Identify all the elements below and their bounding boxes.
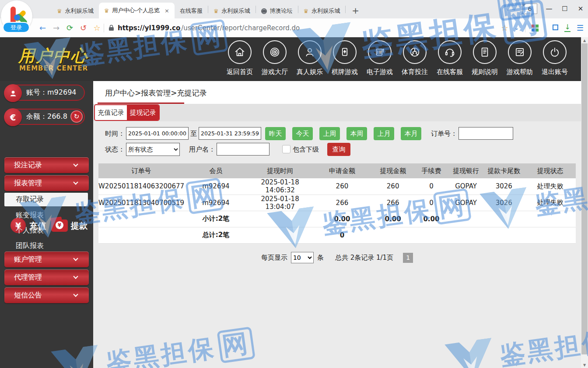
tab-recharge-records[interactable]: 充值记录 xyxy=(95,105,127,120)
browser-tab[interactable]: 在线客服 xyxy=(175,4,208,18)
quick-last-month-button[interactable]: 上月 xyxy=(374,127,394,140)
nav-item-help[interactable]: 游戏帮助 xyxy=(502,40,537,76)
tab-close-icon[interactable]: × xyxy=(164,7,169,14)
site-favicon-icon: ♛ xyxy=(304,8,309,14)
site-favicon-icon: ♛ xyxy=(57,8,62,14)
nav-item-service[interactable]: 在线客服 xyxy=(432,40,467,76)
back-icon[interactable]: ← xyxy=(36,23,49,32)
status-select[interactable]: 所有状态 xyxy=(126,143,180,156)
site-nav: 返回首页 游戏大厅 真人娱乐 棋牌游戏 电子游戏 体育投注 在线客服 规则说明 xyxy=(222,40,572,76)
user-icon xyxy=(4,84,22,102)
nav-item-slots[interactable]: 电子游戏 xyxy=(362,40,397,76)
nav-item-logout[interactable]: 退出账号 xyxy=(537,40,572,76)
scrollbar-thumb[interactable] xyxy=(581,43,588,354)
page-scrollbar[interactable]: ▲ ▼ xyxy=(581,37,588,368)
sidebar-item-agent-management[interactable]: 代理管理 xyxy=(4,269,89,285)
site-logo-subtitle: MEMBER CENTER xyxy=(19,64,88,72)
scroll-up-icon[interactable]: ▲ xyxy=(581,37,588,43)
reload-icon[interactable]: ⟳ xyxy=(63,23,77,32)
forward-icon[interactable]: → xyxy=(49,23,63,32)
browser-login-button[interactable]: 登录 xyxy=(3,22,30,33)
order-no-input[interactable] xyxy=(458,127,513,140)
quick-this-week-button[interactable]: 本周 xyxy=(346,127,367,140)
toolbar-separator xyxy=(545,24,545,32)
query-button[interactable]: 查询 xyxy=(327,143,350,156)
browser-tab[interactable]: 博澳论坛 xyxy=(256,4,298,18)
live-casino-icon xyxy=(304,46,316,58)
game-hall-icon xyxy=(269,46,281,58)
withdraw-button[interactable]: 提款 xyxy=(71,220,88,232)
chevron-down-icon xyxy=(73,256,78,261)
tab-label: 永利娱乐城 xyxy=(222,7,250,15)
tab-label: 在线客服 xyxy=(180,7,203,15)
site-favicon-icon: ♛ xyxy=(104,8,109,14)
url-path: /userCenter/report/chargeRecord.do xyxy=(181,24,300,32)
favorite-star-icon[interactable]: ☆ xyxy=(501,23,508,32)
nav-item-rules[interactable]: 规则说明 xyxy=(467,40,502,76)
sidebar-item-account-management[interactable]: 账户管理 xyxy=(4,251,89,267)
tab-count-badge[interactable]: 6 xyxy=(522,4,537,14)
apps-grid-icon[interactable] xyxy=(532,25,539,32)
unit-label: 条 xyxy=(317,254,324,262)
chevron-down-icon xyxy=(73,162,78,166)
quick-last-week-button[interactable]: 上周 xyxy=(319,127,340,140)
euro-icon: € xyxy=(4,108,22,126)
new-tab-button[interactable]: + xyxy=(346,5,365,18)
menu-icon[interactable]: ☰ xyxy=(577,23,584,32)
download-icon[interactable]: ↓ xyxy=(564,24,570,32)
tab-label: 永利娱乐城 xyxy=(312,7,340,15)
date-to-input[interactable] xyxy=(199,127,261,140)
address-bar[interactable]: https://yl1999.co/userCenter/report/char… xyxy=(108,24,501,32)
nav-item-home[interactable]: 返回首页 xyxy=(222,40,257,76)
sidebar-subitem-personal-report[interactable]: 个人报表 xyxy=(16,226,44,235)
bookmark-star-icon[interactable]: ☆ xyxy=(90,23,104,32)
window-close-button[interactable]: ✕ xyxy=(577,5,584,13)
slots-icon xyxy=(374,46,386,58)
screenshot-icon[interactable] xyxy=(551,25,558,32)
account-label: 账号：m92694 xyxy=(26,88,76,97)
tab-label: 用户中心-个人总览 xyxy=(112,7,160,14)
browser-tab[interactable]: ♛ 永利娱乐城 xyxy=(298,4,346,18)
total-row: 总计:2笔 0 xyxy=(98,227,576,243)
chevron-down-icon[interactable]: ⌄ xyxy=(514,25,519,31)
site-favicon-icon: ♛ xyxy=(214,8,219,14)
scroll-down-icon[interactable]: ▼ xyxy=(581,362,588,368)
username-input[interactable] xyxy=(217,143,270,156)
browser-tab-active[interactable]: ♛ 用户中心-个人总览 × xyxy=(99,3,175,18)
nav-item-live-casino[interactable]: 真人娱乐 xyxy=(292,40,327,76)
quick-yesterday-button[interactable]: 昨天 xyxy=(265,127,286,140)
sidebar-subitem-team-report[interactable]: 团队报表 xyxy=(16,241,44,251)
help-icon xyxy=(514,46,526,58)
subtotal-row: 小计:2笔 0.00 0.00 0.00 xyxy=(98,211,576,227)
window-maximize-button[interactable]: ☐ xyxy=(561,5,569,13)
tab-withdraw-records[interactable]: 提现记录 xyxy=(127,105,159,120)
browser-tab-bar: ♛ 永利娱乐城 ♛ 用户中心-个人总览 × 在线客服 ♛ 永利娱乐城 博澳论坛 … xyxy=(0,0,588,18)
breadcrumb: 用户中心>报表管理>充提记录 xyxy=(105,88,207,98)
browser-tab[interactable]: ♛ 永利娱乐城 xyxy=(52,4,99,18)
include-sub-label: 包含下级 xyxy=(293,145,319,154)
undo-icon[interactable]: ↺ xyxy=(77,23,90,32)
sidebar-subitem-account-change-report[interactable]: 账变报表 xyxy=(16,211,44,220)
withdraw-records-table: 订单号 会员 提现时间 申请金额 提现金额 手续费 提现银行 提款卡尾数 提现状… xyxy=(98,163,576,244)
include-sub-checkbox[interactable] xyxy=(282,145,290,153)
logout-icon xyxy=(549,46,561,58)
quick-today-button[interactable]: 今天 xyxy=(292,127,313,140)
browser-tab[interactable]: ♛ 永利娱乐城 xyxy=(208,4,256,18)
date-from-input[interactable] xyxy=(126,127,189,140)
refresh-balance-icon[interactable]: ↻ xyxy=(70,110,83,123)
sports-icon xyxy=(409,46,421,58)
page-number-button[interactable]: 1 xyxy=(403,253,413,263)
sidebar-item-bet-records[interactable]: 投注记录 xyxy=(4,157,89,173)
sidebar-subitem-deposit-withdraw-records[interactable]: 存取记录 xyxy=(4,193,88,206)
sidebar-item-sms-notice[interactable]: 短信公告 xyxy=(4,287,89,303)
nav-item-sports[interactable]: 体育投注 xyxy=(397,40,432,76)
quick-this-month-button[interactable]: 本月 xyxy=(401,127,421,140)
withdraw-icon[interactable] xyxy=(51,219,68,232)
per-page-select[interactable]: 10 xyxy=(291,252,314,263)
per-page-label: 每页显示 xyxy=(261,254,287,262)
window-minimize-button[interactable]: — xyxy=(545,5,553,13)
chevron-down-icon xyxy=(73,292,78,297)
nav-item-game-hall[interactable]: 游戏大厅 xyxy=(257,40,292,76)
sidebar-item-report-management[interactable]: 报表管理 xyxy=(4,175,89,191)
nav-item-card-games[interactable]: 棋牌游戏 xyxy=(327,40,362,76)
